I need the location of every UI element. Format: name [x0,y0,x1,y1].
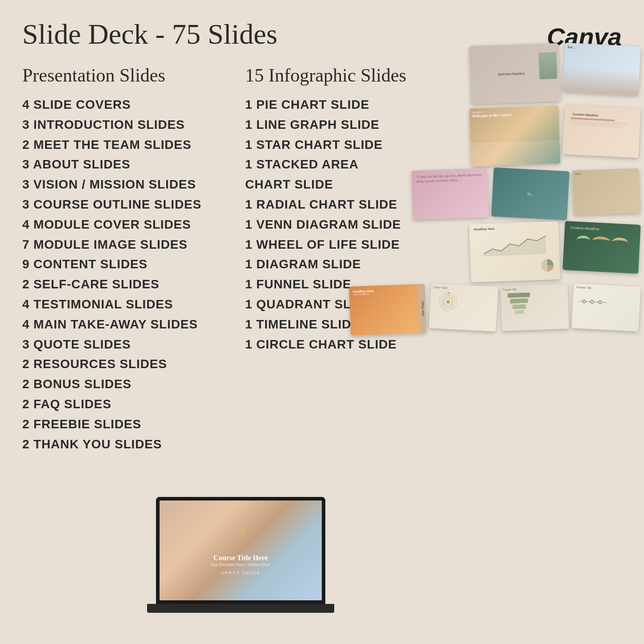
preview-row-1: Self-Care Practice Sol... [390,45,640,103]
list-item: 3 QUOTE SLIDES [22,335,245,355]
course-subtitle-label: Sub Headline Here, Written Here [211,562,271,567]
main-title: Slide Deck - 75 Slides [22,18,277,51]
list-item: 3 INTRODUCTION SLIDES [22,115,245,135]
preview-card-circle: Circle Chart [429,283,498,332]
preview-card-radial: Content Headline [562,221,641,274]
laptop-base [147,604,334,613]
presentation-column: Presentation Slides 4 SLIDE COVERS 3 INT… [22,65,245,463]
preview-card-sol: Sol... [562,43,641,96]
svg-marker-0 [483,236,546,256]
radial-shapes [567,230,637,252]
preview-card-pink: "Come live the life you love, thanks tha… [411,168,489,220]
list-item: 2 FREEBIE SLIDES [22,414,245,435]
list-item: 1 LINE GRAPH SLIDE [245,115,414,135]
list-item: 2 MEET THE TEAM SLIDES [22,135,245,155]
list-item: 3 VISION / MISSION SLIDES [22,175,245,195]
card-sol-label: Sol... [565,43,641,55]
card-selfcare-label: Self-Care Practice [496,71,526,77]
list-item: 2 BONUS SLIDES [22,374,245,394]
preview-grid: Self-Care Practice Sol... Module 01 [390,45,640,339]
main-container: Slide Deck - 75 Slides Canva Presentatio… [0,0,644,644]
preview-card-orange: Headline Here Sub headline... Star Chart [349,284,427,336]
preview-card-funnel: Funnel Title [500,284,569,331]
presentation-list: 4 SLIDE COVERS 3 INTRODUCTION SLIDES 2 M… [22,95,245,454]
list-item: 2 RESOURCES SLIDES [22,354,245,374]
list-item: 1 STAR CHART SLIDE [245,135,414,155]
preview-row-2: Module 01 Welcome to the Course Content … [390,107,640,165]
list-item: 1 CIRCLE CHART SLIDE [245,335,414,355]
preview-row-4: Headline Here Content Headline [390,223,640,281]
list-item: 1 RADIAL CHART SLIDE [245,195,414,215]
laptop-screen: 🌙 Course Title Here Sub Headline Here, W… [156,497,325,604]
infographic-heading: 15 Infographic Slides [245,65,414,86]
preview-card-about: About [572,168,640,215]
svg-rect-8 [508,292,530,298]
list-item: 2 SELF-CARE SLIDES [22,275,245,295]
list-item: 4 SLIDE COVERS [22,95,245,115]
list-item: 3 COURSE OUTLINE SLIDES [22,195,245,215]
star-chart-label: Star Chart [421,301,424,316]
svg-point-7 [448,292,450,294]
line-chart-svg [472,229,557,259]
preview-card-selfcare: Self-Care Practice [469,43,560,104]
svg-rect-11 [515,310,524,314]
list-item: 2 FAQ SLIDES [22,394,245,414]
list-item: 3 ABOUT SLIDES [22,155,245,175]
funnel-svg [503,290,535,316]
circle-chart-svg [432,288,465,312]
infographic-column: 15 Infographic Slides 1 PIE CHART SLIDE … [245,65,414,463]
preview-card-line-chart: Headline Here [469,222,560,283]
preview-card-timeline: Timeline Title [571,283,640,332]
list-item: 1 DIAGRAM SLIDE [245,254,414,275]
laptop-screen-content: 🌙 Course Title Here Sub Headline Here, W… [211,526,271,575]
list-item: 1 STACKED AREA CHART SLIDE [245,155,414,195]
list-item: 1 WHEEL OF LIFE SLIDE [245,235,414,255]
presentation-heading: Presentation Slides [22,65,245,86]
list-item: 4 MAIN TAKE-AWAY SLIDES [22,315,245,335]
author-label: ARWYN SKOOR [211,570,271,575]
preview-row-5: Headline Here Sub headline... Star Chart… [390,285,640,334]
pie-chart-svg [540,258,556,274]
list-item: 9 CONTENT SLIDES [22,254,245,275]
list-item: 4 MODULE COVER SLIDES [22,215,245,235]
svg-rect-9 [510,299,528,304]
timeline-svg [575,288,612,312]
preview-card-teal: Ab... [491,168,570,221]
preview-card-module1: Module 01 Welcome to the Course [469,106,560,167]
list-item: 2 THANK YOU SLIDES [22,435,245,455]
list-item: 1 PIE CHART SLIDE [245,95,414,115]
course-title-label: Course Title Here [211,554,271,562]
laptop-mockup: 🌙 Course Title Here Sub Headline Here, W… [156,497,348,631]
list-item: 7 MODULE IMAGE SLIDES [22,235,245,255]
svg-rect-10 [513,304,526,309]
list-item: 4 TESTIMONIAL SLIDES [22,295,245,315]
preview-row-3: "Come live the life you love, thanks tha… [390,169,640,218]
list-item: 1 VENN DIAGRAM SLIDE [245,215,414,235]
svg-point-6 [446,300,450,304]
preview-card-content-headline: Content Headline [562,105,641,158]
